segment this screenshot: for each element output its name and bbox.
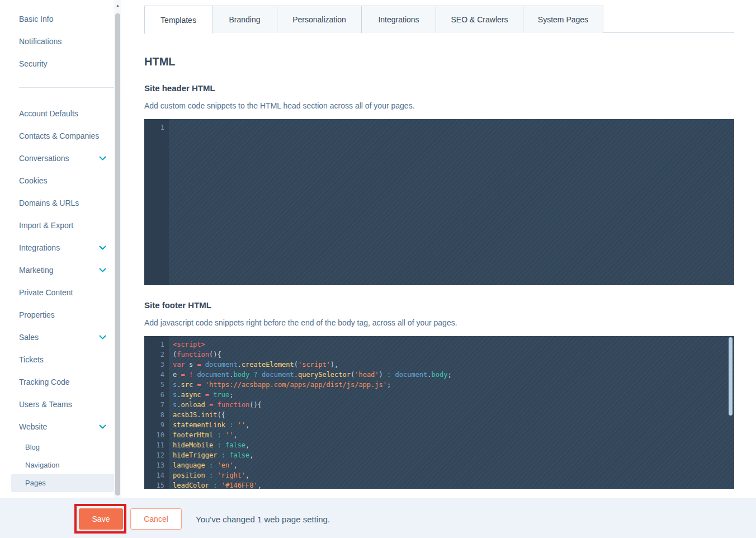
- sidebar-scrollbar-thumb[interactable]: [115, 13, 120, 495]
- scrollbar-up-icon[interactable]: ▲: [114, 1, 121, 9]
- code-line: <script>: [173, 339, 734, 350]
- sidebar-item-label: Integrations: [19, 243, 60, 252]
- sidebar-item-users-teams[interactable]: Users & Teams: [0, 393, 114, 416]
- chevron-down-icon: [99, 424, 106, 430]
- sidebar-item-website[interactable]: Website: [0, 416, 114, 438]
- code-line: [173, 122, 734, 133]
- sidebar-item-integrations[interactable]: Integrations: [0, 237, 114, 259]
- sidebar-item-tracking-code[interactable]: Tracking Code: [0, 371, 114, 393]
- code-line: hideTrigger : false,: [173, 450, 734, 460]
- site-footer-html-description: Add javascript code snippets right befor…: [144, 318, 734, 327]
- site-header-html-heading: Site header HTML: [144, 83, 734, 93]
- line-number: 6: [144, 390, 169, 400]
- chevron-down-icon: [99, 246, 106, 251]
- sidebar-item-label: Blog: [25, 443, 40, 451]
- chevron-down-icon: [99, 156, 106, 161]
- sidebar-item-notifications[interactable]: Notifications: [0, 30, 114, 53]
- sidebar-item-pages[interactable]: Pages: [11, 474, 114, 492]
- line-number: 8: [144, 410, 169, 420]
- line-number: 2: [144, 350, 169, 360]
- sidebar-item-security[interactable]: Security: [0, 53, 114, 75]
- save-button[interactable]: Save: [79, 508, 123, 530]
- sidebar-item-properties[interactable]: Properties: [0, 304, 114, 326]
- sidebar-item-label: Private Content: [19, 288, 73, 297]
- page-title: HTML: [144, 55, 734, 68]
- sidebar-item-label: Conversations: [19, 154, 69, 163]
- site-header-html-description: Add custom code snippets to the HTML hea…: [144, 101, 734, 110]
- site-header-html-section: Site header HTML Add custom code snippet…: [144, 83, 734, 285]
- code-line: language : 'en',: [173, 460, 734, 470]
- tab-templates[interactable]: Templates: [144, 6, 212, 34]
- sidebar-item-import-export[interactable]: Import & Export: [0, 214, 114, 237]
- sidebar-item-label: Domains & URLs: [19, 199, 79, 207]
- sidebar-item-tickets[interactable]: Tickets: [0, 348, 114, 371]
- tab-system-pages[interactable]: System Pages: [523, 6, 603, 33]
- sidebar-item-blog[interactable]: Blog: [11, 438, 114, 456]
- tab-personalization[interactable]: Personalization: [277, 6, 362, 33]
- line-number: 10: [144, 430, 169, 440]
- line-number: 14: [144, 470, 169, 480]
- sidebar-item-label: Security: [19, 59, 48, 68]
- editor-scrollbar-thumb[interactable]: [729, 337, 733, 416]
- unsaved-changes-status: You've changed 1 web page setting.: [196, 508, 330, 530]
- chevron-down-icon: [99, 335, 106, 340]
- code-line: s.onload = function(){: [173, 400, 734, 410]
- line-number: 7: [144, 400, 169, 410]
- settings-content: TemplatesBrandingPersonalizationIntegrat…: [144, 0, 734, 489]
- code-line: hideMobile : false,: [173, 440, 734, 450]
- line-number: 1: [144, 122, 169, 133]
- sidebar-item-navigation[interactable]: Navigation: [11, 456, 114, 474]
- sidebar-item-domains-urls[interactable]: Domains & URLs: [0, 192, 114, 214]
- sidebar-item-cookies[interactable]: Cookies: [0, 169, 114, 192]
- sidebar-item-label: Users & Teams: [19, 400, 72, 409]
- site-header-html-editor[interactable]: 1: [144, 119, 734, 285]
- editor-code-area: <script>(function(){var s = document.cre…: [169, 336, 734, 489]
- sidebar-item-label: Pages: [25, 479, 46, 487]
- line-number: 12: [144, 450, 169, 460]
- sidebar-item-contacts-companies[interactable]: Contacts & Companies: [0, 125, 114, 147]
- editor-gutter: 123456789101112131415: [144, 336, 169, 489]
- site-footer-html-editor[interactable]: 123456789101112131415<script>(function()…: [144, 336, 734, 489]
- settings-tabs: TemplatesBrandingPersonalizationIntegrat…: [144, 6, 734, 33]
- sidebar-item-label: Tickets: [19, 355, 44, 364]
- sidebar-item-private-content[interactable]: Private Content: [0, 281, 114, 304]
- settings-sidebar: Basic InfoNotificationsSecurityAccount D…: [0, 0, 114, 498]
- sidebar-item-account-defaults[interactable]: Account Defaults: [0, 102, 114, 125]
- site-footer-html-section: Site footer HTML Add javascript code sni…: [144, 300, 734, 489]
- sidebar-divider: [19, 87, 114, 88]
- line-number: 1: [144, 339, 169, 350]
- tab-integrations[interactable]: Integrations: [361, 6, 436, 33]
- sidebar-item-label: Navigation: [25, 461, 59, 469]
- tab-branding[interactable]: Branding: [212, 6, 277, 33]
- sidebar-item-label: Account Defaults: [19, 109, 78, 118]
- cancel-button[interactable]: Cancel: [130, 508, 182, 530]
- code-line: s.async = true;: [173, 390, 734, 400]
- line-number: 9: [144, 420, 169, 430]
- sidebar-item-label: Marketing: [19, 266, 53, 275]
- sidebar-item-marketing[interactable]: Marketing: [0, 259, 114, 281]
- editor-code-area: [169, 119, 734, 285]
- sidebar-item-sales[interactable]: Sales: [0, 326, 114, 348]
- sidebar-item-label: Properties: [19, 310, 55, 319]
- hubspot-settings-page: Basic InfoNotificationsSecurityAccount D…: [0, 0, 756, 538]
- sidebar-item-label: Cookies: [19, 176, 48, 185]
- code-line: var s = document.createElement('script')…: [173, 360, 734, 370]
- code-line: leadColor : '#146FF8',: [173, 480, 734, 489]
- line-number: 13: [144, 460, 169, 470]
- sidebar-item-label: Website: [19, 422, 47, 431]
- sidebar-item-label: Contacts & Companies: [19, 131, 99, 140]
- line-number: 3: [144, 360, 169, 370]
- sidebar-item-label: Tracking Code: [19, 377, 70, 386]
- sidebar-item-label: Notifications: [19, 37, 62, 46]
- code-line: acsbJS.init({: [173, 410, 734, 420]
- editor-gutter: 1: [144, 119, 169, 285]
- sidebar-scrollbar[interactable]: ▲: [114, 0, 121, 498]
- tab-seo-crawlers[interactable]: SEO & Crawlers: [436, 6, 523, 33]
- sidebar-item-conversations[interactable]: Conversations: [0, 147, 114, 169]
- sidebar-item-basic-info[interactable]: Basic Info: [0, 8, 114, 30]
- code-line: position : 'right',: [173, 470, 734, 480]
- code-line: statementLink : '',: [173, 420, 734, 430]
- site-footer-html-heading: Site footer HTML: [144, 300, 734, 310]
- save-bar: Save Cancel You've changed 1 web page se…: [0, 498, 756, 538]
- code-line: footerHtml : '',: [173, 430, 734, 440]
